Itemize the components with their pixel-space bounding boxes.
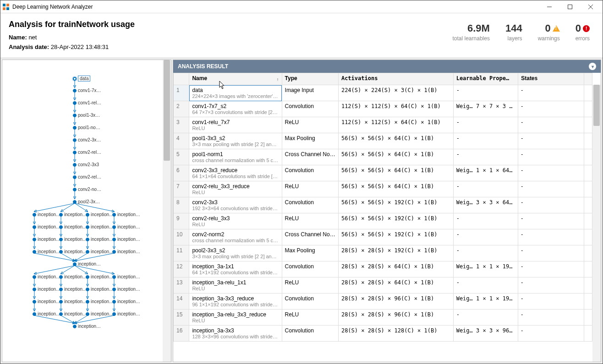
table-title-bar: ANALYSIS RESULT ▾ [173,60,601,73]
table-row[interactable]: 7conv2-relu_3x3_reduceReLUReLU56(S) × 56… [174,181,592,197]
graph-node[interactable]: inception… [112,249,140,254]
col-index[interactable] [174,73,189,85]
collapse-icon[interactable]: ▾ [589,63,596,70]
table-row[interactable]: 3conv1-relu_7x7ReLUReLU112(S) × 112(S) ×… [174,117,592,133]
graph-node[interactable]: inception… [112,287,140,292]
svg-rect-5 [568,5,572,9]
graph-node[interactable]: inception… [112,299,140,304]
stat-errors: 0 ! errors [576,22,590,42]
page-title: Analysis for trainNetwork usage [9,20,453,29]
graph-node[interactable]: inception… [59,249,87,254]
svg-rect-3 [6,7,9,10]
col-states[interactable]: States [518,73,584,85]
titlebar: Deep Learning Network Analyzer [0,0,603,13]
graph-node[interactable]: pool1-no… [73,125,100,130]
graph-node[interactable]: inception… [33,237,60,242]
graph-node[interactable]: inception… [33,287,60,292]
graph-node[interactable]: inception… [86,224,114,229]
table-row[interactable]: 11pool2-3x3_s23×3 max pooling with strid… [174,245,592,261]
svg-rect-0 [3,4,5,6]
analysis-date: Analysis date: 28-Apr-2022 13:48:31 [9,43,453,50]
graph-node[interactable]: conv2-3x3 [73,162,99,167]
error-icon: ! [583,25,590,32]
graph-node[interactable]: inception… [33,212,60,217]
graph-node[interactable]: inception… [112,224,140,229]
graph-panel[interactable]: dataconv1-7x…conv1-rel…pool1-3x…pool1-no… [2,60,171,362]
stat-learnables: 6.9M total learnables [453,22,490,42]
table-row[interactable]: 14inception_3a-3x3_reduce96 1×1×192 conv… [174,293,592,310]
minimize-button[interactable] [539,0,559,13]
stat-layers: 144 layers [505,22,522,42]
graph-node[interactable]: inception… [59,237,87,242]
graph-node[interactable]: data [73,76,90,81]
network-name: Name: net [9,34,453,41]
graph-node[interactable]: inception… [112,274,140,279]
col-learnable[interactable]: Learnable Prope… [453,73,518,85]
graph-node[interactable]: inception… [33,299,60,304]
graph-node[interactable]: inception… [86,237,114,242]
table-row[interactable]: 6conv2-3x3_reduce64 1×1×64 convolutions … [174,165,592,181]
graph-node[interactable]: inception… [86,274,114,279]
graph-scrollbar[interactable] [163,60,171,362]
graph-node[interactable]: inception… [59,212,87,217]
table-row[interactable]: 9conv2-relu_3x3ReLUReLU56(S) × 56(S) × 1… [174,213,592,229]
graph-node[interactable]: inception… [73,324,101,329]
graph-node[interactable]: inception… [33,249,60,254]
graph-node[interactable]: inception… [59,274,87,279]
warning-icon [553,25,560,32]
table-row[interactable]: 2conv1-7x7_s264 7×7×3 convolutions with … [174,101,592,117]
graph-node[interactable]: inception… [86,311,114,316]
graph-node[interactable]: inception… [33,311,60,316]
col-name[interactable]: Name↑ [189,73,282,85]
table-scrollbar[interactable] [592,85,601,362]
col-activations[interactable]: Activations [338,73,453,85]
table-row[interactable]: 4pool1-3x3_s23×3 max pooling with stride… [174,133,592,149]
maximize-button[interactable] [559,0,580,13]
table-row[interactable]: 16inception_3a-3x3128 3×3×96 convolution… [174,326,592,342]
table-row[interactable]: 10conv2-norm2cross channel normalization… [174,229,592,245]
graph-node[interactable]: inception… [86,212,114,217]
graph-node[interactable]: inception… [33,274,60,279]
table-row[interactable]: 15inception_3a-relu_3x3_reduceReLUReLU28… [174,310,592,326]
graph-node[interactable]: conv1-rel… [73,100,101,105]
graph-node[interactable]: inception… [112,311,140,316]
table-row[interactable]: 8conv2-3x3192 3×3×64 convolutions with s… [174,197,592,213]
col-type[interactable]: Type [282,73,338,85]
graph-node[interactable]: inception… [33,224,60,229]
table-row[interactable]: 1data224×224×3 images with 'zerocenter' … [174,85,592,101]
layers-table: Name↑ Type Activations Learnable Prope… … [173,73,592,342]
sort-arrow-icon: ↑ [277,76,279,81]
table-panel: ANALYSIS RESULT ▾ Name↑ Type Activations… [173,60,601,362]
graph-node[interactable]: inception… [86,299,114,304]
graph-node[interactable]: inception… [86,249,114,254]
graph-node[interactable]: inception… [59,287,87,292]
close-button[interactable] [580,0,601,13]
app-icon [2,3,10,11]
graph-node[interactable]: conv2-rel… [73,150,101,155]
table-row[interactable]: 5pool1-norm1cross channel normalization … [174,149,592,165]
graph-node[interactable]: pool2-3x… [73,199,100,204]
svg-rect-2 [3,7,5,10]
table-row[interactable]: 12inception_3a-1x164 1×1×192 convolution… [174,261,592,277]
graph-node[interactable]: conv2-rel… [73,174,101,179]
stat-warnings: 0 warnings [538,22,560,42]
graph-node[interactable]: inception… [73,261,101,266]
graph-node[interactable]: conv2-3x… [73,137,101,142]
graph-node[interactable]: pool1-3x… [73,113,100,118]
svg-rect-1 [6,4,9,6]
graph-node[interactable]: inception… [59,224,87,229]
header: Analysis for trainNetwork usage Name: ne… [0,13,603,58]
graph-node[interactable]: inception… [86,287,114,292]
graph-node[interactable]: inception… [112,237,140,242]
graph-node[interactable]: inception… [112,212,140,217]
table-row[interactable]: 13inception_3a-relu_1x1ReLUReLU28(S) × 2… [174,277,592,293]
graph-node[interactable]: conv2-no… [73,187,101,192]
window-title: Deep Learning Network Analyzer [12,4,93,10]
graph-node[interactable]: inception… [59,311,87,316]
graph-node[interactable]: inception… [59,299,87,304]
graph-node[interactable]: conv1-7x… [73,88,101,93]
